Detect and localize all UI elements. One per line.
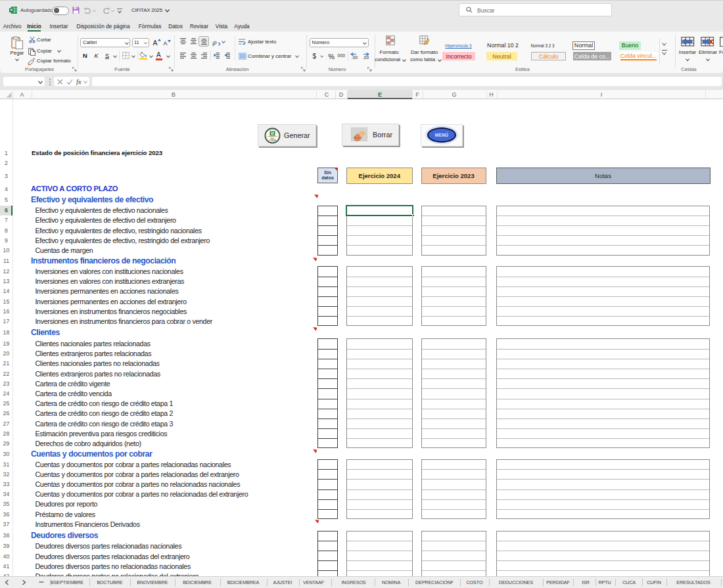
svg-text:ab: ab	[212, 39, 218, 46]
svg-text:X: X	[10, 8, 12, 12]
svg-text:CONTA: CONTA	[269, 139, 275, 142]
